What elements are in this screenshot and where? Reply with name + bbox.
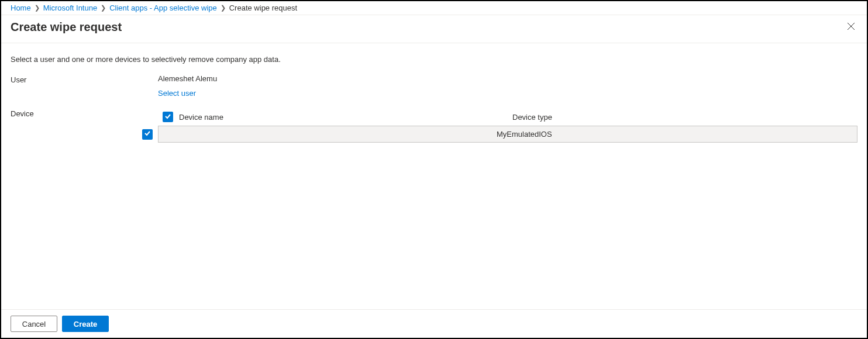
device-label: Device (11, 108, 158, 118)
breadcrumb-home[interactable]: Home (11, 4, 31, 12)
footer-bar: Cancel Create (1, 309, 867, 338)
chevron-right-icon: ❯ (221, 4, 226, 12)
close-icon (847, 23, 855, 32)
row-checkbox[interactable] (142, 129, 153, 140)
device-field: Device Device name Device type (11, 108, 857, 143)
content-area: Select a user and one or more devices to… (1, 43, 867, 309)
device-table-header: Device name Device type (158, 108, 857, 126)
chevron-right-icon: ❯ (35, 4, 40, 12)
breadcrumb-intune[interactable]: Microsoft Intune (43, 4, 98, 12)
check-icon (164, 113, 171, 122)
device-type-cell: MyEmulatedIOS (497, 130, 852, 139)
user-field: User Alemeshet Alemu Select user (11, 74, 857, 98)
close-button[interactable] (845, 20, 857, 34)
select-all-checkbox[interactable] (163, 112, 173, 122)
column-device-name[interactable]: Device name (179, 113, 512, 122)
create-button[interactable]: Create (62, 316, 109, 332)
page-header: Create wipe request (1, 15, 867, 43)
table-row[interactable]: MyEmulatedIOS (158, 126, 857, 143)
select-user-link[interactable]: Select user (158, 89, 857, 98)
breadcrumb: Home ❯ Microsoft Intune ❯ Client apps - … (1, 1, 867, 15)
cancel-button[interactable]: Cancel (11, 316, 57, 332)
chevron-right-icon: ❯ (101, 4, 106, 12)
breadcrumb-client-apps[interactable]: Client apps - App selective wipe (109, 4, 217, 12)
breadcrumb-current: Create wipe request (229, 4, 297, 12)
page-title: Create wipe request (11, 20, 122, 34)
description-text: Select a user and one or more devices to… (11, 55, 857, 64)
user-name-value: Alemeshet Alemu (158, 74, 857, 83)
check-icon (144, 130, 151, 139)
user-label: User (11, 74, 158, 84)
device-table: Device name Device type MyEmulatedIOS (158, 108, 857, 143)
column-device-type[interactable]: Device type (512, 113, 853, 122)
